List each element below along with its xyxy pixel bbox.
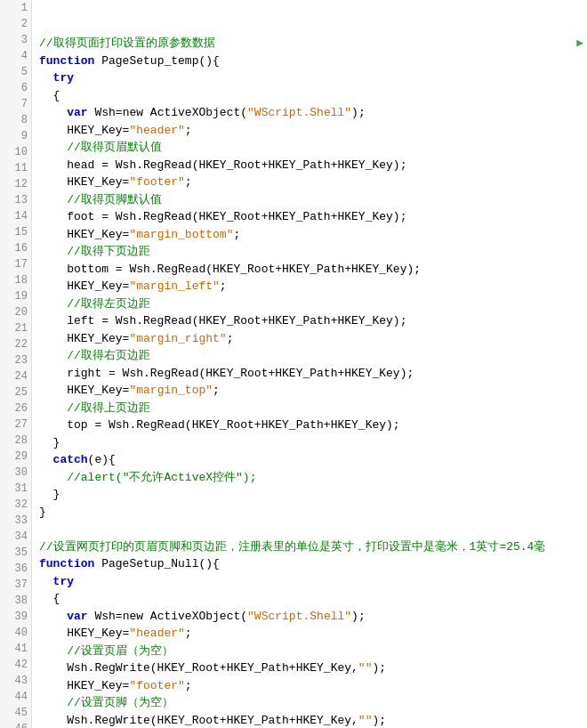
- token: "footer": [129, 175, 184, 189]
- line-number: 1: [4, 0, 28, 16]
- token: ;: [227, 332, 234, 345]
- line-number: 8: [4, 112, 28, 128]
- token: Wsh.RegWrite(HKEY_Root+HKEY_Path+HKEY_Ke…: [39, 661, 358, 675]
- code-line: head = Wsh.RegRead(HKEY_Root+HKEY_Path+H…: [39, 157, 587, 174]
- line-number: 46: [4, 721, 28, 728]
- token: (){: [198, 54, 219, 68]
- code-line: //取得页脚默认值: [39, 191, 587, 209]
- line-number: 33: [4, 513, 28, 529]
- code-line: catch(e){: [39, 451, 587, 469]
- code-line: bottom = Wsh.RegRead(HKEY_Root+HKEY_Path…: [39, 261, 587, 279]
- token: foot = Wsh.RegRead(HKEY_Root+HKEY_Path+H…: [39, 210, 406, 223]
- line-number: 38: [4, 593, 28, 609]
- token: "header": [129, 627, 184, 640]
- code-line: Wsh.RegWrite(HKEY_Root+HKEY_Path+HKEY_Ke…: [39, 659, 587, 677]
- line-number: 36: [4, 561, 28, 577]
- code-line: foot = Wsh.RegRead(HKEY_Root+HKEY_Path+H…: [39, 208, 587, 226]
- code-line: {: [39, 87, 587, 105]
- line-number: 6: [4, 80, 28, 96]
- token: {: [39, 89, 60, 102]
- expand-icon[interactable]: ▶: [576, 35, 583, 53]
- token: "WScript.Shell": [247, 610, 351, 623]
- token: left = Wsh.RegRead(HKEY_Root+HKEY_Path+H…: [39, 314, 406, 328]
- code-line: //取得下页边距: [39, 243, 587, 261]
- token: function: [39, 557, 101, 570]
- code-line: HKEY_Key="margin_left";: [39, 278, 587, 295]
- code-line: //取得页眉默认值: [39, 139, 587, 157]
- token: "footer": [129, 679, 184, 692]
- line-number: 4: [4, 48, 28, 64]
- line-number: 14: [4, 208, 28, 224]
- token: "": [358, 714, 373, 727]
- code-line: function PageSetup_Null(){: [39, 555, 587, 573]
- token: catch: [39, 453, 88, 466]
- token: HKEY_Key=: [39, 332, 129, 345]
- code-line: }: [39, 434, 587, 452]
- code-line: //取得左页边距: [39, 295, 587, 313]
- token: Wsh.RegWrite(HKEY_Root+HKEY_Path+HKEY_Ke…: [39, 714, 358, 727]
- token: "WScript.Shell": [247, 106, 351, 119]
- token: //取得上页边距: [39, 401, 150, 415]
- code-line: }: [39, 504, 587, 522]
- code-line: HKEY_Key="footer";: [39, 174, 587, 191]
- line-number: 3: [4, 32, 28, 48]
- code-line: //设置网页打印的页眉页脚和页边距，注册表里的单位是英寸，打印设置中是毫米，1英…: [39, 538, 587, 556]
- code-line: HKEY_Key="header";: [39, 122, 587, 140]
- code-line: HKEY_Key="margin_right";: [39, 330, 587, 348]
- line-number: 17: [4, 256, 28, 272]
- token: ;: [185, 124, 192, 137]
- token: }: [39, 436, 60, 449]
- code-line: //设置页脚（为空）: [39, 694, 587, 712]
- token: "": [358, 661, 373, 675]
- token: var: [39, 106, 94, 119]
- line-number: 35: [4, 545, 28, 561]
- token: //取得左页边距: [39, 297, 150, 311]
- line-number: 30: [4, 465, 28, 481]
- code-line: //设置页眉（为空）: [39, 643, 587, 660]
- token: );: [372, 661, 386, 675]
- line-number: 12: [4, 176, 28, 192]
- code-line: Wsh.RegWrite(HKEY_Root+HKEY_Path+HKEY_Ke…: [39, 712, 587, 729]
- token: HKEY_Key=: [39, 627, 129, 640]
- code-line: HKEY_Key="footer";: [39, 677, 587, 695]
- code-line: try: [39, 69, 587, 87]
- token: function: [39, 54, 101, 68]
- token: ;: [213, 384, 220, 397]
- token: {: [39, 592, 60, 605]
- line-number: 40: [4, 625, 28, 641]
- code-line: //取得上页边距: [39, 400, 587, 417]
- token: HKEY_Key=: [39, 279, 129, 293]
- token: bottom = Wsh.RegRead(HKEY_Root+HKEY_Path…: [39, 263, 421, 276]
- token: HKEY_Key=: [39, 124, 129, 137]
- code-line: var Wsh=new ActiveXObject("WScript.Shell…: [39, 104, 587, 122]
- line-number: 5: [4, 64, 28, 80]
- token: (){: [198, 557, 219, 570]
- line-number: 37: [4, 577, 28, 593]
- token: "margin_left": [129, 279, 219, 293]
- line-number: 24: [4, 368, 28, 384]
- line-number: 42: [4, 657, 28, 673]
- code-line: var Wsh=new ActiveXObject("WScript.Shell…: [39, 608, 587, 626]
- line-number: 28: [4, 433, 28, 449]
- line-numbers: 1234567891011121314151617181920212223242…: [0, 0, 32, 728]
- token: PageSetup_temp: [101, 54, 198, 68]
- token: HKEY_Key=: [39, 175, 129, 189]
- line-number: 23: [4, 352, 28, 368]
- line-number: 11: [4, 160, 28, 176]
- line-number: 32: [4, 497, 28, 513]
- line-number: 44: [4, 689, 28, 705]
- token: }: [39, 506, 46, 519]
- token: top = Wsh.RegRead(HKEY_Root+HKEY_Path+HK…: [39, 418, 400, 432]
- line-number: 27: [4, 417, 28, 433]
- line-number: 26: [4, 400, 28, 417]
- line-number: 29: [4, 449, 28, 465]
- code-line: top = Wsh.RegRead(HKEY_Root+HKEY_Path+HK…: [39, 417, 587, 434]
- token: try: [39, 71, 74, 85]
- code-line: {: [39, 590, 587, 608]
- token: head = Wsh.RegRead(HKEY_Root+HKEY_Path+H…: [39, 158, 406, 172]
- token: (e){: [88, 453, 116, 466]
- line-number: 2: [4, 16, 28, 32]
- token: //设置网页打印的页眉页脚和页边距，注册表里的单位是英寸，打印设置中是毫米，1英…: [39, 540, 545, 554]
- line-number: 25: [4, 384, 28, 400]
- line-number: 39: [4, 609, 28, 625]
